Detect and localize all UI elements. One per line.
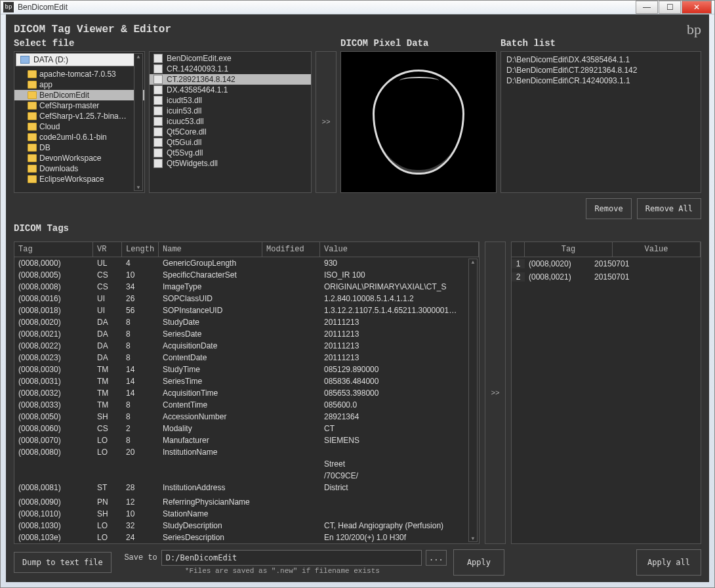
table-row[interactable]: (0008,0008)CS34ImageTypeORIGINAL\PRIMARY… bbox=[14, 281, 479, 293]
table-row[interactable]: (0008,0018)UI56SOPInstanceUID1.3.12.2.11… bbox=[14, 304, 479, 316]
folder-icon bbox=[28, 154, 37, 162]
tree-item[interactable]: EclipseWorkspace bbox=[14, 174, 144, 184]
col-name[interactable]: Name bbox=[159, 242, 262, 257]
folder-icon bbox=[28, 102, 37, 110]
select-file-label: Select file bbox=[14, 38, 337, 49]
folder-icon bbox=[28, 70, 37, 78]
folder-icon bbox=[28, 144, 37, 152]
table-row[interactable]: (0008,0060)CS2ModalityCT bbox=[14, 423, 479, 434]
batch-item[interactable]: D:\BenDicomEdit\CT.28921364.8.142 bbox=[506, 65, 695, 75]
add-to-batch-button[interactable]: >> bbox=[316, 51, 337, 193]
browse-button[interactable]: ... bbox=[426, 550, 447, 566]
file-icon bbox=[153, 148, 163, 158]
maximize-button[interactable]: ☐ bbox=[659, 1, 681, 14]
file-item[interactable]: CR.14240093.1.1 bbox=[150, 64, 311, 74]
table-row[interactable]: (0008,1030)LO32StudyDescriptionCT, Head … bbox=[14, 520, 479, 532]
col-edit-value[interactable]: Value bbox=[613, 242, 701, 257]
edit-table: Tag Value 1(0008,0020)201507012(0008,002… bbox=[511, 242, 701, 544]
tree-item[interactable]: CefSharp-v1.25.7-bina… bbox=[14, 111, 144, 121]
apply-all-button[interactable]: Apply all bbox=[636, 549, 701, 576]
batch-list-panel: D:\BenDicomEdit\DX.43585464.1.1D:\BenDic… bbox=[500, 51, 701, 193]
dump-button[interactable]: Dump to text file bbox=[14, 552, 112, 573]
table-row[interactable]: (0008,0050)SH8AccessionNumber28921364 bbox=[14, 411, 479, 423]
drive-label: DATA (D:) bbox=[33, 55, 68, 64]
apply-button[interactable]: Apply bbox=[453, 549, 504, 576]
batch-item[interactable]: D:\BenDicomEdit\CR.14240093.1.1 bbox=[506, 75, 695, 86]
table-row[interactable]: Street bbox=[14, 458, 479, 470]
batch-list-label: Batch list bbox=[500, 38, 701, 49]
tree-item[interactable]: DevonWorkspace bbox=[14, 153, 144, 163]
tree-item[interactable]: DB bbox=[14, 142, 144, 153]
table-row[interactable]: (0008,0090)PN12ReferringPhysicianName bbox=[14, 496, 479, 508]
file-item[interactable]: icuuc53.dll bbox=[150, 116, 311, 127]
file-item[interactable]: BenDicomEdit.exe bbox=[150, 53, 311, 64]
remove-button[interactable]: Remove bbox=[586, 198, 631, 219]
file-item[interactable]: icuin53.dll bbox=[150, 106, 311, 116]
file-list-panel: BenDicomEdit.exeCR.14240093.1.1CT.289213… bbox=[149, 51, 312, 193]
tree-item[interactable]: app bbox=[14, 79, 144, 90]
pixel-preview bbox=[340, 51, 497, 193]
table-row[interactable]: (0008,103e)LO24SeriesDescriptionEn 120/2… bbox=[14, 532, 479, 543]
file-icon bbox=[153, 127, 163, 136]
tags-scrollbar[interactable]: ▲▼ bbox=[468, 259, 478, 542]
col-edit-tag[interactable]: Tag bbox=[525, 242, 613, 257]
file-item[interactable]: Qt5Core.dll bbox=[150, 127, 311, 137]
folder-icon bbox=[28, 91, 37, 99]
app-title: DICOM Tag Viewer & Editor bbox=[14, 24, 171, 35]
window-frame: bp BenDicomEdit — ☐ ✕ DICOM Tag Viewer &… bbox=[0, 0, 715, 588]
table-row[interactable]: (0008,0030)TM14StudyTime085129.890000 bbox=[14, 364, 479, 375]
add-tag-button[interactable]: >> bbox=[485, 242, 506, 544]
remove-all-button[interactable]: Remove All bbox=[637, 198, 701, 219]
table-row[interactable]: (0008,0033)TM8ContentTime085600.0 bbox=[14, 399, 479, 411]
table-row[interactable]: (0008,0020)DA8StudyDate20111213 bbox=[14, 316, 479, 328]
col-modified[interactable]: Modified bbox=[262, 242, 320, 257]
col-value[interactable]: Value bbox=[320, 242, 479, 257]
table-row[interactable]: (0008,0023)DA8ContentDate20111213 bbox=[14, 352, 479, 364]
folder-scrollbar[interactable]: ▲▼ bbox=[134, 53, 143, 191]
tree-item[interactable]: code2uml-0.6.1-bin bbox=[14, 132, 144, 142]
file-item[interactable]: Qt5Svg.dll bbox=[150, 148, 311, 158]
batch-item[interactable]: D:\BenDicomEdit\DX.43585464.1.1 bbox=[506, 54, 695, 65]
close-button[interactable]: ✕ bbox=[682, 1, 712, 14]
file-item[interactable]: icudt53.dll bbox=[150, 95, 311, 106]
table-row[interactable]: (0008,0000)UL4GenericGroupLength930 bbox=[14, 257, 479, 269]
file-icon bbox=[153, 106, 163, 116]
table-row[interactable]: (0008,0070)LO8ManufacturerSIEMENS bbox=[14, 434, 479, 446]
table-row[interactable]: (0008,0022)DA8AcquisitionDate20111213 bbox=[14, 340, 479, 352]
table-row[interactable]: (0008,0021)DA8SeriesDate20111213 bbox=[14, 328, 479, 340]
edit-row[interactable]: 2(0008,0021)20150701 bbox=[512, 270, 701, 284]
titlebar[interactable]: bp BenDicomEdit — ☐ ✕ bbox=[1, 1, 714, 14]
col-length[interactable]: Length bbox=[122, 242, 159, 257]
file-item[interactable]: Qt5Widgets.dll bbox=[150, 158, 311, 169]
file-item[interactable]: DX.43585464.1.1 bbox=[150, 85, 311, 95]
file-item[interactable]: CT.28921364.8.142 bbox=[150, 74, 311, 85]
file-icon bbox=[153, 138, 163, 147]
window-title: BenDicomEdit bbox=[18, 3, 636, 12]
col-vr[interactable]: VR bbox=[93, 242, 122, 257]
tree-item[interactable]: Downloads bbox=[14, 163, 144, 174]
tree-item[interactable]: CefSharp-master bbox=[14, 100, 144, 111]
folder-icon bbox=[28, 112, 37, 120]
col-tag[interactable]: Tag bbox=[14, 242, 93, 257]
tree-item[interactable]: Cloud bbox=[14, 121, 144, 132]
edit-row[interactable]: 1(0008,0020)20150701 bbox=[512, 257, 701, 270]
save-path-input[interactable] bbox=[161, 550, 422, 566]
brand-logo: bp bbox=[687, 21, 701, 38]
table-row[interactable]: (0008,0081)ST28InstitutionAddressDistric… bbox=[14, 482, 479, 494]
table-row[interactable]: (0008,0032)TM14AcquisitionTime085653.398… bbox=[14, 387, 479, 399]
minimize-button[interactable]: — bbox=[636, 1, 658, 14]
file-icon bbox=[153, 159, 163, 168]
tree-item[interactable]: BenDicomEdit bbox=[14, 90, 144, 100]
table-row[interactable]: /70C9CE/ bbox=[14, 470, 479, 482]
table-row[interactable]: (0008,0031)TM14SeriesTime085836.484000 bbox=[14, 375, 479, 387]
tree-item[interactable]: apache-tomcat-7.0.53 bbox=[14, 69, 144, 79]
folder-icon bbox=[28, 165, 37, 173]
folder-icon bbox=[28, 81, 37, 89]
drive-selector[interactable]: DATA (D:) ▾ bbox=[16, 53, 143, 66]
file-item[interactable]: Qt5Gui.dll bbox=[150, 137, 311, 148]
table-row[interactable]: (0008,0080)LO20InstitutionName bbox=[14, 446, 479, 458]
table-row[interactable]: (0008,0016)UI26SOPClassUID1.2.840.10008.… bbox=[14, 293, 479, 304]
table-row[interactable]: (0008,0005)CS10SpecificCharacterSetISO_I… bbox=[14, 269, 479, 281]
folder-icon bbox=[28, 133, 37, 141]
table-row[interactable]: (0008,1010)SH10StationName bbox=[14, 508, 479, 520]
